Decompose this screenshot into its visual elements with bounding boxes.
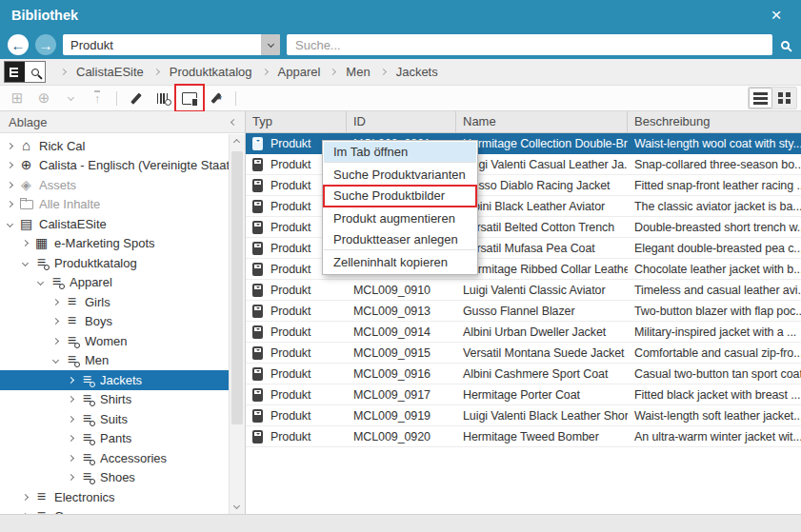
- tree-item[interactable]: Pants: [0, 429, 245, 449]
- forward-icon[interactable]: [35, 34, 56, 55]
- tree-item[interactable]: Produktkatalog: [0, 253, 245, 273]
- search-input[interactable]: [287, 34, 772, 55]
- toolbar-button[interactable]: [177, 87, 202, 109]
- table-row[interactable]: Produkt MCL009_0916 Albini Cashmere Spor…: [246, 364, 801, 384]
- toolbar-button[interactable]: [150, 87, 175, 109]
- description-cell: Casual two-button tan sport coat: [628, 367, 801, 381]
- chevron-icon[interactable]: [22, 260, 29, 266]
- view-toggle-button[interactable]: [749, 88, 772, 108]
- breadcrumb-label[interactable]: CalistaESite: [71, 65, 149, 79]
- tree-item[interactable]: Boys: [0, 312, 245, 332]
- tree-scrollbar[interactable]: [229, 134, 245, 514]
- chevron-icon[interactable]: [68, 377, 74, 384]
- toolbar-button[interactable]: [85, 87, 110, 109]
- chevron-icon[interactable]: [52, 318, 59, 325]
- breadcrumb-label[interactable]: Jackets: [391, 65, 443, 79]
- table-row[interactable]: Produkt MCL009_0910 Luigi Valenti Classi…: [246, 280, 801, 301]
- tree-item[interactable]: Grocery: [0, 507, 245, 515]
- chevron-icon[interactable]: [68, 455, 74, 462]
- product-icon: [252, 158, 263, 171]
- tree-item[interactable]: Electronics: [0, 487, 245, 507]
- toolbar-icon: [182, 92, 197, 105]
- tree-item[interactable]: Assets: [0, 175, 245, 195]
- tree-item[interactable]: Rick Cal: [0, 136, 245, 156]
- table-row[interactable]: Produkt MCL009_0914 Albini Urban Dweller…: [246, 322, 801, 343]
- tree-item[interactable]: e-Marketing Spots: [0, 234, 245, 254]
- tree-item[interactable]: Calista - Englisch (Vereinigte Staaten): [0, 156, 245, 176]
- view-toggle-button[interactable]: [772, 88, 796, 108]
- chevron-icon[interactable]: [52, 338, 59, 345]
- tree-item-label: Produktkatalog: [54, 256, 137, 270]
- tree-item[interactable]: Jackets: [0, 370, 245, 390]
- search-icon[interactable]: [781, 41, 790, 49]
- tree-item[interactable]: Shirts: [0, 390, 245, 410]
- chevron-icon[interactable]: [52, 299, 59, 305]
- chevron-icon[interactable]: [22, 240, 29, 246]
- tree-item[interactable]: Shoes: [0, 468, 245, 488]
- tree-item[interactable]: Accessories: [0, 448, 245, 468]
- chevron-icon[interactable]: [7, 221, 13, 227]
- type-label: Produkt: [270, 367, 310, 381]
- chevron-icon[interactable]: [68, 396, 74, 403]
- breadcrumb-label[interactable]: Produktkatalog: [165, 65, 257, 79]
- type-filter-dropdown[interactable]: Produkt: [63, 34, 280, 55]
- tree-item[interactable]: CalistaESite: [0, 214, 245, 234]
- product-icon: [252, 430, 263, 443]
- search-mode-button[interactable]: [25, 62, 45, 82]
- chevron-icon[interactable]: [52, 357, 59, 364]
- toolbar-button[interactable]: [124, 87, 149, 109]
- tree-item[interactable]: Alle Inhalte: [0, 195, 245, 215]
- context-menu-item[interactable]: Produkt augmentieren: [324, 208, 476, 229]
- context-menu-item[interactable]: Produktteaser anlegen: [324, 229, 476, 250]
- context-menu-item[interactable]: Suche Produktvarianten: [324, 165, 476, 186]
- table-row[interactable]: Produkt MCL009_0919 Luigi Valenti Black …: [246, 405, 801, 426]
- breadcrumb-label[interactable]: Apparel: [273, 65, 326, 79]
- toolbar-button[interactable]: [58, 87, 83, 109]
- context-menu-item[interactable]: Im Tab öffnen: [324, 142, 476, 163]
- chevron-icon[interactable]: [37, 279, 44, 286]
- toolbar-button[interactable]: [116, 91, 117, 106]
- scroll-up-icon[interactable]: [233, 139, 240, 146]
- tree-item[interactable]: Men: [0, 351, 245, 371]
- chevron-icon[interactable]: [68, 435, 74, 442]
- breadcrumb-label[interactable]: Men: [341, 65, 374, 79]
- close-icon[interactable]: [767, 6, 786, 25]
- back-icon[interactable]: [8, 34, 29, 55]
- tree-item[interactable]: Women: [0, 331, 245, 351]
- chevron-icon[interactable]: [7, 182, 13, 188]
- scrollbar-thumb[interactable]: [231, 151, 243, 424]
- tree-item[interactable]: Apparel: [0, 273, 245, 293]
- tree-item[interactable]: Suits: [0, 409, 245, 429]
- chevron-icon[interactable]: [22, 513, 29, 514]
- column-header[interactable]: ID: [347, 111, 456, 132]
- column-header[interactable]: Beschreibung: [628, 111, 801, 132]
- tree-item-icon: [33, 490, 50, 504]
- toolbar-button[interactable]: [5, 87, 30, 109]
- table-row[interactable]: Produkt MCL009_0913 Gusso Flannel Blazer…: [246, 301, 801, 322]
- chevron-icon[interactable]: [68, 474, 74, 481]
- chevron-icon[interactable]: [7, 201, 13, 207]
- context-menu-item[interactable]: Zelleninhalt kopieren: [324, 252, 476, 273]
- tree-item-label: Grocery: [54, 509, 98, 514]
- toolbar-button[interactable]: [31, 87, 56, 109]
- column-header[interactable]: Typ: [246, 111, 347, 132]
- product-icon: [252, 179, 263, 192]
- table-row[interactable]: Produkt MCL009_0915 Versatil Montana Sue…: [246, 343, 801, 364]
- column-header[interactable]: Name: [456, 111, 628, 132]
- context-menu-item[interactable]: Suche Produktbilder: [324, 186, 476, 207]
- tree-mode-button[interactable]: [5, 62, 25, 82]
- scroll-down-icon[interactable]: [233, 502, 240, 509]
- table-row[interactable]: Produkt MCL009_0920 Hermitage Tweed Bomb…: [246, 426, 801, 447]
- type-cell: Produkt: [246, 430, 347, 443]
- chevron-icon[interactable]: [22, 494, 29, 501]
- tree-item[interactable]: Girls: [0, 292, 245, 312]
- chevron-icon[interactable]: [7, 162, 13, 168]
- collapse-panel-icon[interactable]: [230, 118, 237, 125]
- toolbar-button[interactable]: [204, 87, 229, 109]
- dropdown-button[interactable]: [261, 34, 280, 55]
- chevron-icon[interactable]: [68, 416, 74, 423]
- type-filter-value: Produkt: [63, 38, 261, 52]
- toolbar-button[interactable]: [235, 91, 236, 106]
- chevron-icon[interactable]: [7, 143, 13, 149]
- table-row[interactable]: Produkt MCL009_0917 Hermitage Porter Coa…: [246, 384, 801, 405]
